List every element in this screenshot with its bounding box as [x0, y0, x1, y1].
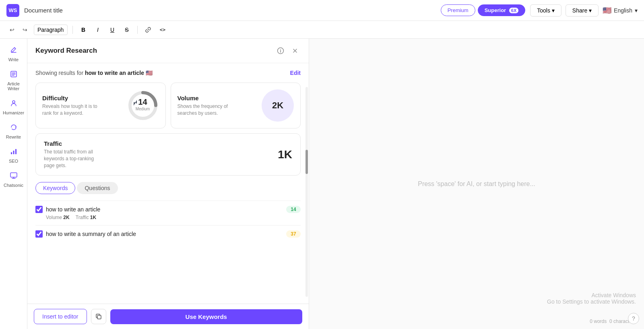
difficulty-gauge: 14 Medium [127, 89, 159, 122]
sidebar-item-article-writer[interactable]: Article Writer [2, 67, 25, 94]
plan-buttons: Premium Superior 6X [441, 4, 526, 16]
document-title[interactable]: Document title [24, 7, 63, 14]
info-icon [277, 47, 284, 54]
keyword-name-1: how to write an article [46, 206, 283, 213]
help-button[interactable]: ? [628, 313, 639, 324]
sidebar-item-chatsonic[interactable]: Chatsonic [2, 168, 25, 191]
bold-button[interactable]: B [78, 24, 89, 35]
copy-button[interactable] [91, 309, 106, 324]
stats-grid: Difficulty Reveals how tough it is to ra… [35, 83, 301, 128]
difficulty-card: Difficulty Reveals how tough it is to ra… [35, 83, 166, 128]
sidebar-item-humanizer[interactable]: Humanizer [2, 96, 25, 118]
app-logo: WS [6, 4, 19, 17]
main-area: Write Article Writer Humanizer Rewrite S… [0, 39, 644, 329]
panel-content: Showing results for how to write an arti… [27, 63, 309, 304]
premium-button[interactable]: Premium [441, 4, 475, 16]
tab-keywords[interactable]: Keywords [35, 182, 75, 194]
traffic-desc: The total traffic from all keywords a to… [44, 149, 100, 169]
sidebar-item-rewrite[interactable]: Rewrite [2, 120, 25, 143]
difficulty-desc: Reveals how tough it is to rank for a ke… [42, 103, 99, 117]
copy-icon [95, 313, 102, 320]
sidebar-item-write[interactable]: Write [2, 43, 25, 65]
strikethrough-button[interactable]: S [121, 24, 132, 35]
volume-info: Volume Shows the frequency of searches b… [178, 95, 234, 117]
language-label: English [614, 7, 632, 14]
scrollbar-track [305, 87, 308, 297]
close-button[interactable] [289, 45, 301, 56]
superior-label: Superior [485, 7, 506, 13]
tab-questions[interactable]: Questions [77, 182, 118, 194]
edit-link[interactable]: Edit [290, 70, 301, 76]
superior-badge: 6X [509, 8, 518, 13]
paragraph-select[interactable]: Paragraph [34, 25, 68, 35]
keyword-research-panel: Keyword Research Showing results for how… [27, 39, 309, 329]
keyword-meta-1: Volume 2K Traffic 1K [35, 215, 301, 220]
keyword-score-1: 14 [286, 206, 301, 213]
activate-line2: Go to Settings to activate Windows. [547, 298, 636, 305]
volume-card: Volume Shows the frequency of searches b… [171, 83, 301, 128]
volume-desc: Shows the frequency of searches by users… [178, 103, 234, 117]
top-bar: WS Document title Premium Superior 6X To… [0, 0, 644, 21]
rewrite-icon [10, 123, 18, 133]
keyword-checkbox-1[interactable] [35, 206, 43, 213]
info-button[interactable] [275, 45, 286, 56]
tools-button[interactable]: Tools ▾ [530, 4, 561, 17]
close-icon [292, 48, 298, 54]
humanizer-icon [10, 99, 18, 109]
sidebar-chatsonic-label: Chatsonic [4, 183, 23, 188]
divider-2 [137, 26, 138, 34]
insert-to-editor-button[interactable]: Insert to editor [34, 309, 87, 324]
scrollbar-thumb[interactable] [305, 150, 308, 174]
sidebar-rewrite-label: Rewrite [6, 134, 21, 139]
showing-results-row: Showing results for how to write an arti… [35, 70, 301, 76]
traffic-meta-1: Traffic 1K [76, 215, 96, 220]
format-bar: ↩ ↪ Paragraph B I U S <> [0, 21, 644, 39]
editor-placeholder: Press 'space' for AI, or start typing he… [418, 180, 535, 188]
share-button[interactable]: Share ▾ [566, 4, 599, 17]
underline-button[interactable]: U [107, 24, 118, 35]
chatsonic-icon [10, 172, 18, 182]
activate-line1: Activate Windows [547, 292, 636, 298]
undo-button[interactable]: ↩ [6, 24, 18, 35]
code-button[interactable]: <> [157, 24, 168, 35]
panel-scrollbar[interactable] [305, 87, 308, 297]
italic-button[interactable]: I [92, 24, 103, 35]
traffic-value: 1K [278, 148, 292, 161]
svg-rect-9 [97, 315, 101, 319]
traffic-card: Traffic The total traffic from all keywo… [35, 133, 301, 176]
difficulty-label: Difficulty [42, 95, 99, 101]
redo-button[interactable]: ↪ [19, 24, 31, 35]
keyword-row-2: how to write a summary of an article 37 [35, 230, 301, 238]
sidebar-article-writer-label: Article Writer [4, 81, 23, 91]
volume-meta-1: Volume 2K [46, 215, 70, 220]
keyword-checkbox-2[interactable] [35, 230, 43, 238]
sidebar-item-seo[interactable]: SEO [2, 144, 25, 167]
showing-keyword: how to write an article [85, 70, 144, 76]
top-right: Tools ▾ Share ▾ 🇺🇸 English ▾ [530, 4, 638, 17]
link-button[interactable] [142, 24, 154, 35]
undo-redo-group: ↩ ↪ [6, 24, 31, 35]
difficulty-info: Difficulty Reveals how tough it is to ra… [42, 95, 99, 117]
keyword-tabs: Keywords Questions [35, 182, 301, 194]
traffic-info: Traffic The total traffic from all keywo… [44, 140, 100, 169]
keyword-item-1: how to write an article 14 Volume 2K Tra… [35, 201, 301, 225]
keyword-score-2: 37 [286, 230, 301, 238]
showing-flag: 🇺🇸 [146, 70, 153, 76]
use-keywords-button[interactable]: Use Keywords [110, 309, 303, 324]
write-icon [10, 46, 18, 56]
svg-rect-3 [13, 151, 14, 154]
seo-icon [10, 147, 18, 157]
language-selector[interactable]: 🇺🇸 English ▾ [603, 6, 638, 15]
activate-windows-watermark: Activate Windows Go to Settings to activ… [547, 292, 636, 305]
superior-button[interactable]: Superior 6X [478, 4, 526, 16]
panel-header: Keyword Research [27, 39, 309, 63]
keyword-row-1: how to write an article 14 [35, 206, 301, 213]
volume-label: Volume [178, 95, 234, 101]
keyword-item-2: how to write a summary of an article 37 [35, 225, 301, 242]
sidebar-humanizer-label: Humanizer [3, 110, 24, 115]
panel-title: Keyword Research [35, 47, 272, 55]
flag-icon: 🇺🇸 [603, 6, 611, 15]
editor-area[interactable]: Press 'space' for AI, or start typing he… [309, 39, 644, 329]
traffic-label: Traffic [44, 140, 100, 147]
sidebar-write-label: Write [8, 57, 19, 62]
